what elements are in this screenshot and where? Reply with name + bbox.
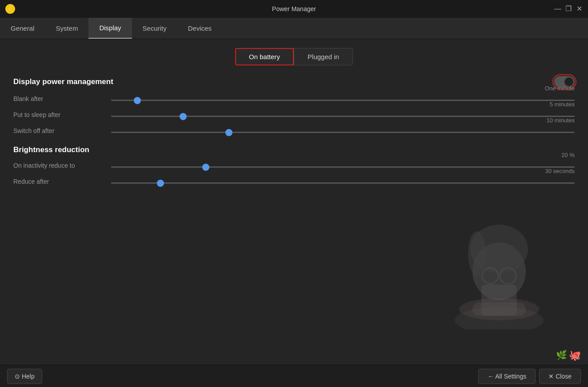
sleep-after-slider[interactable]	[111, 116, 575, 117]
brightness-reduction-title: Brightness reduction	[13, 145, 575, 154]
sleep-after-row: Put to sleep after 5 minutes	[13, 111, 575, 119]
decorative-image	[419, 187, 579, 338]
sleep-after-value: 5 minutes	[550, 101, 575, 108]
footer-right-buttons: ← All Settings ✕ Close	[478, 369, 581, 384]
switch-off-slider[interactable]	[111, 132, 575, 133]
tab-general[interactable]: General	[0, 18, 45, 39]
svg-point-4	[468, 231, 486, 276]
svg-point-3	[470, 225, 528, 274]
display-power-management-section: Display power management	[13, 76, 575, 88]
svg-point-8	[459, 298, 539, 320]
deco-icon-1: 🌿	[556, 350, 567, 361]
subtab-row: On battery Plugged in	[13, 48, 575, 65]
titlebar: ⚡ Power Manager — ❐ ✕	[0, 0, 588, 18]
reduce-to-label: On inactivity reduce to	[13, 162, 102, 169]
tab-security[interactable]: Security	[132, 18, 177, 39]
reduce-after-label: Reduce after	[13, 178, 102, 185]
reduce-to-slider[interactable]	[111, 166, 575, 168]
window-title: Power Manager	[272, 5, 316, 12]
switch-off-value: 10 minutes	[546, 117, 575, 124]
svg-point-0	[455, 307, 544, 329]
switch-off-label: Switch off after	[13, 127, 102, 134]
switch-off-slider-container: 10 minutes	[111, 127, 575, 135]
content-area: On battery Plugged in Display power mana…	[0, 39, 588, 365]
reduce-after-value: 30 seconds	[545, 168, 575, 174]
blank-after-value: One minute	[545, 85, 575, 92]
footer: ⊙ Help ← All Settings ✕ Close	[0, 365, 588, 387]
brightness-reduction-section: Brightness reduction On inactivity reduc…	[13, 145, 575, 185]
blank-after-slider-container: One minute	[111, 95, 575, 103]
svg-point-2	[472, 242, 526, 300]
svg-rect-9	[472, 302, 526, 316]
reduce-to-value: 20 %	[561, 152, 575, 158]
subtab-on-battery[interactable]: On battery	[235, 48, 294, 65]
sleep-after-slider-container: 5 minutes	[111, 111, 575, 119]
blank-after-slider[interactable]	[111, 100, 575, 101]
main-tabbar: General System Display Security Devices	[0, 18, 588, 39]
help-button[interactable]: ⊙ Help	[7, 369, 42, 384]
minimize-button[interactable]: —	[554, 5, 561, 12]
svg-rect-1	[481, 285, 517, 316]
sleep-after-label: Put to sleep after	[13, 111, 102, 118]
main-window: ⚡ Power Manager — ❐ ✕ General System Dis…	[0, 0, 588, 387]
reduce-after-slider[interactable]	[111, 182, 575, 184]
restore-button[interactable]: ❐	[565, 5, 572, 12]
blank-after-row: Blank after One minute	[13, 95, 575, 103]
tab-devices[interactable]: Devices	[177, 18, 222, 39]
app-icon: ⚡	[5, 4, 15, 14]
decorative-corner-icons: 🌿 🐙	[556, 350, 581, 361]
reduce-after-row: Reduce after 30 seconds	[13, 177, 575, 185]
svg-point-6	[500, 268, 516, 284]
blank-after-label: Blank after	[13, 95, 102, 102]
reduce-to-slider-container: 20 %	[111, 161, 575, 169]
tab-system[interactable]: System	[45, 18, 88, 39]
reduce-after-slider-container: 30 seconds	[111, 177, 575, 185]
close-button[interactable]: ✕	[576, 5, 583, 12]
svg-point-5	[482, 268, 498, 284]
all-settings-button[interactable]: ← All Settings	[478, 369, 536, 384]
display-power-management-title: Display power management	[13, 77, 113, 86]
deco-icon-2: 🐙	[569, 350, 581, 361]
window-controls: — ❐ ✕	[554, 5, 583, 12]
close-dialog-button[interactable]: ✕ Close	[539, 369, 581, 384]
reduce-to-row: On inactivity reduce to 20 %	[13, 161, 575, 169]
subtab-plugged-in[interactable]: Plugged in	[294, 48, 353, 65]
tab-display[interactable]: Display	[88, 18, 132, 39]
switch-off-row: Switch off after 10 minutes	[13, 127, 575, 135]
